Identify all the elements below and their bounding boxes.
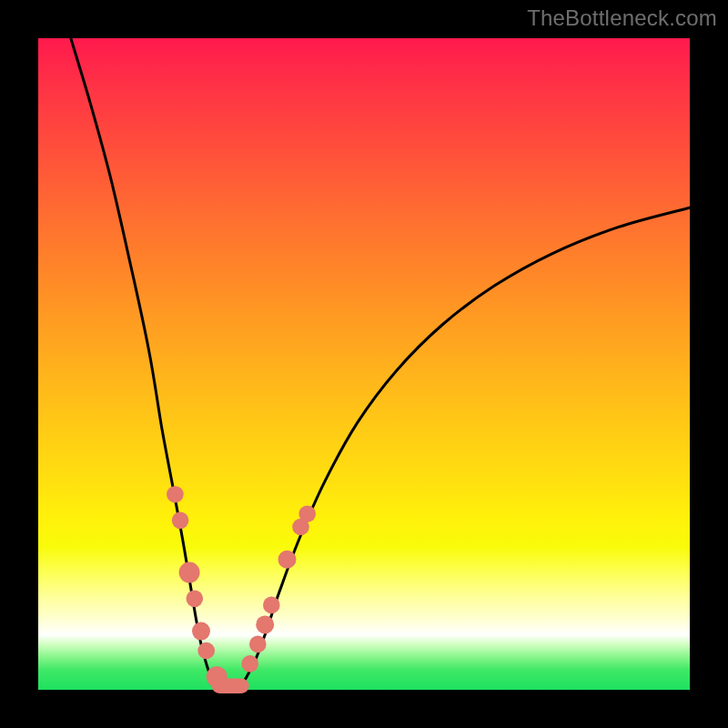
data-marker (298, 505, 316, 522)
data-marker (263, 597, 280, 614)
curve-left-branch (71, 38, 219, 686)
data-marker (179, 562, 200, 583)
data-marker (207, 666, 228, 687)
chart-frame: TheBottleneck.com (0, 0, 728, 728)
plot-area (38, 38, 690, 690)
curve-right-branch (240, 207, 690, 686)
data-marker (167, 486, 184, 503)
watermark-text: TheBottleneck.com (527, 5, 717, 31)
data-marker (197, 642, 215, 660)
data-marker (256, 615, 274, 633)
chart-svg (38, 38, 690, 690)
data-marker (187, 591, 204, 608)
data-marker (241, 655, 258, 672)
data-marker (249, 636, 267, 653)
data-marker (278, 551, 297, 569)
marker-group (167, 486, 316, 693)
data-marker (192, 622, 210, 641)
data-marker (172, 512, 189, 530)
